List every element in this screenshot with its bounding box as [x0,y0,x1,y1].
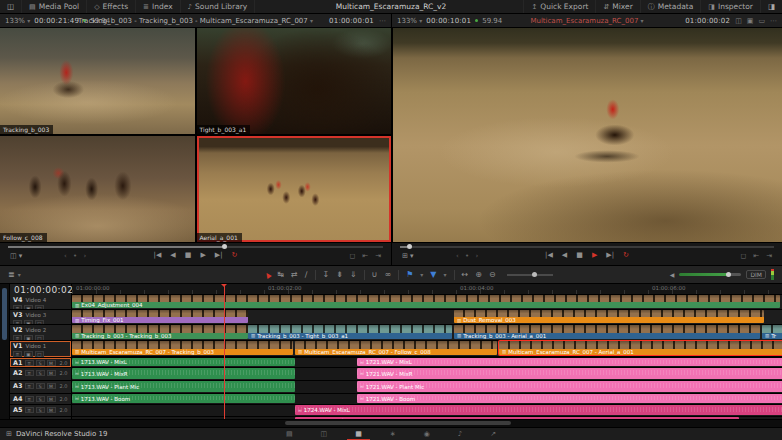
zoom-out-button[interactable]: ⊖ [489,270,496,279]
blade-tool[interactable]: ∕ [305,270,308,279]
inspector-button[interactable]: ◨Inspector [700,0,760,13]
timeline-clip[interactable]: ▥Multicam_Escaramuza_RC_007 - Tracking_b… [72,341,293,355]
track-lock-toggle[interactable]: ≡ [25,383,34,389]
insert-clip-button[interactable]: ↧ [323,270,330,279]
grab-still-icon[interactable]: ▣ [747,17,754,25]
zoom-slider-knob[interactable] [532,272,537,277]
timeline-vertical-scrollbar[interactable] [0,284,10,419]
timeline-clip[interactable]: ▥Tr [762,325,782,339]
playhead[interactable] [224,284,225,419]
metadata-button[interactable]: ⓘMetadata [640,0,701,13]
match-frame-icon[interactable]: ◻ [349,252,355,260]
page-cut-button[interactable]: ◫ [319,430,330,438]
dynamic-trim-tool[interactable]: ⇄ [291,270,298,279]
track-header-v4[interactable]: V4Video 4≡▣□ [10,295,71,310]
multicam-angle-follow[interactable]: Follow_c_008 [0,136,195,242]
wipe-mode-icon[interactable]: ◫ [735,17,742,25]
track-header-a2[interactable]: A2≡SM2.0 [10,368,71,381]
timeline-clip[interactable]: ▥Tracking_b_003 - Tight_b_003_a1 [248,325,452,339]
timeline-scrubber[interactable] [400,246,774,248]
goto-prev-clip-button[interactable]: |◀ [154,251,162,259]
replace-clip-button[interactable]: ⇓ [350,270,357,279]
timeline-clip[interactable]: ▥Ex04_Adjustment_004 [72,295,780,308]
source-clip-title[interactable]: Tracking_b_003 - Tracking_b_003 - Multic… [70,17,321,25]
timeline-zoom-slider[interactable] [507,274,553,276]
stop-button[interactable]: ■ [185,251,192,259]
quick-export-button[interactable]: ↥Quick Export [523,0,595,13]
solo-toggle[interactable]: S [36,360,45,366]
timeline-ruler[interactable]: 01:00:00:0001:00:02:0001:00:04:0001:00:0… [72,284,782,295]
audio-clip[interactable]: ∞1713.WAV - MixL [72,358,295,366]
page-fairlight-button[interactable]: ♪ [456,430,464,438]
timeline-options-button[interactable]: ≣ ▾ [0,270,29,279]
play-button[interactable]: ▶ [200,251,205,259]
goto-out-icon[interactable]: ⇥ [375,252,381,260]
source-zoom-select[interactable]: 133% ▾ [5,17,30,25]
track-auto-select-toggle[interactable]: ▣ [24,351,33,357]
goto-prev-clip-button[interactable]: |◀ [545,251,553,259]
zoom-in-button[interactable]: ⊕ [475,270,482,279]
solo-toggle[interactable]: S [36,396,45,402]
track-enable-toggle[interactable]: □ [35,351,44,357]
audio-clip[interactable]: ∞1721.WAV - MixR [357,368,782,379]
audio-clip[interactable]: ∞1713.WAV - Boom [72,394,295,403]
page-color-button[interactable]: ◉ [422,430,432,438]
marker-button[interactable]: ▼ [430,270,436,279]
track-header-v3[interactable]: V3Video 3≡▣□ [10,310,71,325]
zoom-fit-button[interactable]: ↔ [462,270,469,279]
mute-toggle[interactable]: M [47,407,56,413]
page-media-button[interactable]: ▤ [284,430,295,438]
multicam-angle-tracking[interactable]: Tracking_b_003 [0,28,195,134]
linked-selection-toggle[interactable]: ∞ [384,270,391,279]
loop-button[interactable]: ↻ [232,251,238,259]
effects-button[interactable]: ◇Effects [87,0,136,13]
track-header-a5[interactable]: A5≡SM2.0 [10,405,71,417]
page-deliver-button[interactable]: ↗ [488,430,498,438]
timeline-title[interactable]: Multicam_Escaramuza_RC_007 ▾ [462,17,712,25]
panel-toggle-icon[interactable]: ◫ [0,0,22,13]
trim-edit-tool[interactable]: ↹ [277,270,284,279]
match-frame-icon[interactable]: ◻ [740,252,746,260]
track-lock-toggle[interactable]: ≡ [25,396,34,402]
snapping-toggle[interactable]: ∪ [372,270,378,279]
multicam-angle-aerial-selected[interactable]: Aerial_a_001 [197,136,392,242]
source-scrubber[interactable] [8,246,383,248]
volume-slider[interactable] [679,273,741,276]
dim-button[interactable]: DIM [746,270,766,279]
mute-toggle[interactable]: M [47,360,56,366]
audio-clip[interactable]: ∞1724.WAV - MixL [295,405,782,415]
flag-button-caret[interactable]: ▾ [420,271,423,278]
mute-toggle[interactable]: M [47,383,56,389]
media-pool-button[interactable]: ▤Media Pool [22,0,87,13]
right-panel-toggle-icon[interactable]: ◨ [760,0,782,13]
track-header-v1[interactable]: V1Video 1≡▣□ [10,341,71,358]
audio-clip[interactable]: ∞1721.WAV - MixL [357,358,782,366]
goto-out-icon[interactable]: ⇥ [766,252,772,260]
track-lock-toggle[interactable]: ≡ [13,351,22,357]
page-fusion-button[interactable]: ∗ [388,430,398,438]
page-edit-button[interactable]: ▦ [353,430,364,438]
track-lock-toggle[interactable]: ≡ [25,407,34,413]
track-header-v2[interactable]: V2Video 2≡▣□ [10,325,71,341]
source-options-menu[interactable]: ⋯ [379,17,386,25]
goto-in-icon[interactable]: ⇤ [753,252,759,260]
audio-clip[interactable]: ∞1721.WAV - Plant Mic [357,381,782,392]
play-button[interactable]: ▶ [592,251,597,259]
timeline-clip[interactable]: ▥Multicam_Escaramuza_RC_007 - Follow_c_0… [295,341,497,355]
timeline-clip[interactable]: ▥Tracking_b_003 - Tracking_b_003 [72,325,248,339]
timeline-clip[interactable]: ▥Tracking_b_003 - Aerial_a_001 [454,325,760,339]
mute-toggle[interactable]: M [47,370,56,376]
track-lock-toggle[interactable]: ≡ [25,360,34,366]
goto-in-icon[interactable]: ⇤ [362,252,368,260]
flag-button[interactable]: ⚑ [406,270,413,279]
timeline-horizontal-scrollbar[interactable] [0,419,782,427]
loop-button[interactable]: ↻ [623,251,629,259]
goto-next-clip-button[interactable]: ▶| [215,251,223,259]
audio-clip[interactable]: ∞1713.WAV - Plant Mic [72,381,295,392]
solo-toggle[interactable]: S [36,383,45,389]
multicam-angle-tight[interactable]: Tight_b_003_a1 [197,28,392,134]
track-header-a1[interactable]: A1≡SM2.0 [10,358,71,368]
track-header-a3[interactable]: A3≡SM2.0 [10,381,71,394]
mixer-button[interactable]: ⇵Mixer [595,0,639,13]
step-back-button[interactable]: ◀ [562,251,567,259]
